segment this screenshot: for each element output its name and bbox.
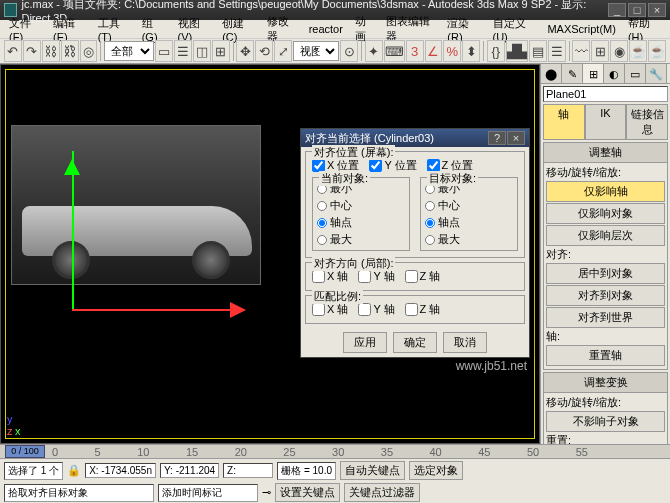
- tab-hierarchy[interactable]: ⊞: [583, 64, 604, 83]
- current-object-group: 当前对象: 最小 中心 轴点 最大: [312, 177, 410, 251]
- select-button[interactable]: ▭: [155, 40, 173, 62]
- link-button[interactable]: ⛓: [42, 40, 60, 62]
- render-scene-button[interactable]: ☕: [629, 40, 647, 62]
- grid-field: 栅格 = 10.0: [277, 462, 336, 480]
- timeline[interactable]: 0 / 100 0510 152025 303540 455055: [0, 445, 670, 459]
- angle-snap-button[interactable]: ∠: [425, 40, 443, 62]
- dialog-close-button[interactable]: ×: [507, 131, 525, 145]
- redo-button[interactable]: ↷: [23, 40, 41, 62]
- x-axis-orient-checkbox[interactable]: [312, 270, 325, 283]
- tab-motion[interactable]: ◐: [604, 64, 625, 83]
- time-tag-field[interactable]: 添加时间标记: [158, 484, 258, 502]
- select-name-button[interactable]: ☰: [174, 40, 192, 62]
- menubar: 文件(F) 编辑(E) 工具(T) 组(G) 视图(V) 创建(C) 修改器 r…: [0, 20, 670, 38]
- mirror-button[interactable]: ▟▙: [506, 40, 528, 62]
- tab-display[interactable]: ▭: [625, 64, 646, 83]
- lock-icon[interactable]: 🔒: [67, 464, 81, 477]
- viewport-axis-tripod: yz x: [7, 413, 21, 437]
- watermark: www.jb51.net: [456, 359, 527, 373]
- tab-pivot[interactable]: 轴: [543, 104, 585, 140]
- target-object-group: 目标对象: 最小 中心 轴点 最大: [420, 177, 518, 251]
- cancel-button[interactable]: 取消: [443, 332, 487, 353]
- tgt-max-radio[interactable]: [425, 235, 435, 245]
- layer-button[interactable]: ☰: [548, 40, 566, 62]
- tab-utilities[interactable]: 🔧: [646, 64, 667, 83]
- spinner-snap-button[interactable]: ⬍: [462, 40, 480, 62]
- selection-count: 选择了 1 个: [4, 462, 63, 480]
- z-axis-orient-checkbox[interactable]: [405, 270, 418, 283]
- window-crossing-button[interactable]: ⊞: [212, 40, 230, 62]
- menu-maxscript[interactable]: MAXScript(M): [542, 22, 620, 36]
- curve-editor-button[interactable]: 〰: [572, 40, 590, 62]
- center-to-object-button[interactable]: 居中到对象: [546, 263, 665, 284]
- percent-snap-button[interactable]: %: [443, 40, 461, 62]
- ok-button[interactable]: 确定: [393, 332, 437, 353]
- rollout-adjust-transform: 调整变换 移动/旋转/缩放: 不影响子对象 重置: 变换 缩放: [543, 372, 668, 444]
- object-name-field[interactable]: Plane01: [543, 86, 668, 102]
- select-region-button[interactable]: ◫: [193, 40, 211, 62]
- command-panel: ⬤ ✎ ⊞ ◐ ▭ 🔧 Plane01 轴 IK 链接信息 调整轴 移动/旋转/…: [540, 64, 670, 444]
- affect-pivot-button[interactable]: 仅影响轴: [546, 181, 665, 202]
- tgt-center-radio[interactable]: [425, 201, 435, 211]
- key-filters-button[interactable]: 关键点过滤器: [344, 483, 420, 502]
- snap-button[interactable]: 3: [406, 40, 424, 62]
- reset-pivot-button[interactable]: 重置轴: [546, 345, 665, 366]
- cur-center-radio[interactable]: [317, 201, 327, 211]
- menu-tools[interactable]: 工具(T): [93, 15, 135, 44]
- tab-modify[interactable]: ✎: [562, 64, 583, 83]
- keyboard-button[interactable]: ⌨: [384, 40, 405, 62]
- align-to-world-button[interactable]: 对齐到世界: [546, 307, 665, 328]
- gizmo-y-axis[interactable]: [72, 151, 74, 311]
- x-coord-field[interactable]: X: -1734.055n: [85, 463, 156, 478]
- unlink-button[interactable]: ⛓̸: [61, 40, 79, 62]
- align-button[interactable]: ▤: [529, 40, 547, 62]
- scale-button[interactable]: ⤢: [274, 40, 292, 62]
- affect-object-button[interactable]: 仅影响对象: [546, 203, 665, 224]
- prompt-field: 拾取对齐目标对象: [4, 484, 154, 502]
- tgt-pivot-radio[interactable]: [425, 218, 435, 228]
- set-key-button[interactable]: 设置关键点: [275, 483, 340, 502]
- wheel-icon: [192, 241, 230, 279]
- gizmo-x-axis[interactable]: [72, 309, 232, 311]
- key-icon[interactable]: ⊸: [262, 486, 271, 499]
- schematic-button[interactable]: ⊞: [591, 40, 609, 62]
- affect-hierarchy-button[interactable]: 仅影响层次: [546, 225, 665, 246]
- y-coord-field[interactable]: Y: -211.204: [160, 463, 219, 478]
- material-button[interactable]: ◉: [610, 40, 628, 62]
- selection-filter[interactable]: 全部: [104, 41, 154, 61]
- menu-reactor[interactable]: reactor: [304, 22, 348, 36]
- dont-affect-children-button[interactable]: 不影响子对象: [546, 411, 665, 432]
- manip-button[interactable]: ✦: [365, 40, 383, 62]
- cur-pivot-radio[interactable]: [317, 218, 327, 228]
- named-sel-button[interactable]: {}: [487, 40, 505, 62]
- time-slider[interactable]: 0 / 100: [5, 445, 45, 458]
- center-button[interactable]: ⊙: [340, 40, 358, 62]
- quick-render-button[interactable]: ☕: [648, 40, 666, 62]
- y-axis-scale-checkbox[interactable]: [358, 303, 371, 316]
- apply-button[interactable]: 应用: [343, 332, 387, 353]
- auto-key-button[interactable]: 自动关键点: [340, 461, 405, 480]
- main-toolbar: ↶ ↷ ⛓ ⛓̸ ◎ 全部 ▭ ☰ ◫ ⊞ ✥ ⟲ ⤢ 视图 ⊙ ✦ ⌨ 3 ∠…: [0, 38, 670, 64]
- rotate-button[interactable]: ⟲: [255, 40, 273, 62]
- bottom-panel: 0 / 100 0510 152025 303540 455055 选择了 1 …: [0, 444, 670, 503]
- reference-image: [11, 125, 261, 285]
- ref-coord-dropdown[interactable]: 视图: [293, 41, 339, 61]
- y-axis-orient-checkbox[interactable]: [358, 270, 371, 283]
- tab-create[interactable]: ⬤: [541, 64, 562, 83]
- undo-button[interactable]: ↶: [4, 40, 22, 62]
- timeline-ticks: 0510 152025 303540 455055: [50, 445, 590, 458]
- match-scale-group: 匹配比例: X 轴 Y 轴 Z 轴: [305, 295, 525, 324]
- selected-object-button[interactable]: 选定对象: [409, 461, 463, 480]
- cur-max-radio[interactable]: [317, 235, 327, 245]
- dialog-help-button[interactable]: ?: [488, 131, 506, 145]
- z-axis-scale-checkbox[interactable]: [405, 303, 418, 316]
- y-position-checkbox[interactable]: [369, 159, 382, 172]
- move-button[interactable]: ✥: [236, 40, 254, 62]
- tab-ik[interactable]: IK: [585, 104, 627, 140]
- align-to-object-button[interactable]: 对齐到对象: [546, 285, 665, 306]
- z-coord-field[interactable]: Z:: [223, 463, 273, 478]
- tab-linkinfo[interactable]: 链接信息: [626, 104, 668, 140]
- x-axis-scale-checkbox[interactable]: [312, 303, 325, 316]
- align-dialog: 对齐当前选择 (Cylinder03) ? × 对齐位置 (屏幕): X 位置 …: [300, 128, 530, 358]
- bind-button[interactable]: ◎: [80, 40, 98, 62]
